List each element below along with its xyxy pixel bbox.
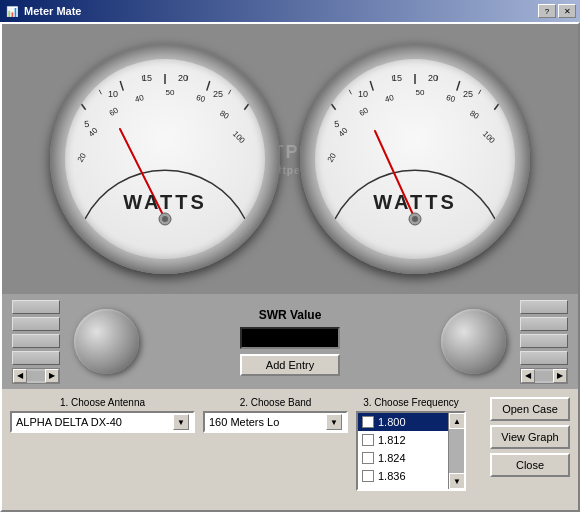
right-bar-4 — [520, 351, 568, 365]
main-window: SOFTPEDIA www.softpedia.com — [0, 22, 580, 512]
right-meter-gauge: 5 10 15 20 25 20 40 60 40 50 60 80 100 — [300, 44, 530, 274]
open-case-button[interactable]: Open Case — [490, 397, 570, 421]
freq-checkbox-0[interactable]: ✓ — [362, 416, 374, 428]
svg-line-43 — [457, 81, 460, 91]
right-bar-1 — [520, 300, 568, 314]
freq-scroll-up[interactable]: ▲ — [449, 413, 465, 429]
svg-text:10: 10 — [358, 89, 368, 99]
svg-text:40: 40 — [384, 93, 395, 104]
title-bar: 📊 Meter Mate ? ✕ — [0, 0, 580, 22]
antenna-dropdown[interactable]: ALPHA DELTA DX-40 ▼ — [10, 411, 195, 433]
freq-value-1: 1.812 — [378, 434, 406, 446]
svg-line-7 — [244, 102, 250, 110]
svg-line-3 — [80, 102, 86, 110]
antenna-label: 1. Choose Antenna — [10, 397, 195, 408]
antenna-value: ALPHA DELTA DX-40 — [16, 416, 122, 428]
swr-display — [240, 327, 340, 349]
right-bar-2 — [520, 317, 568, 331]
svg-text:20: 20 — [326, 151, 339, 164]
controls-area: ◀ ▶ SWR Value Add Entry ◀ ▶ — [2, 294, 578, 389]
svg-text:10: 10 — [108, 89, 118, 99]
window-controls: ? ✕ — [538, 4, 576, 18]
freq-value-3: 1.836 — [378, 470, 406, 482]
swr-label: SWR Value — [259, 308, 322, 322]
right-meter-svg: 5 10 15 20 25 20 40 60 40 50 60 80 100 — [315, 59, 515, 259]
right-meter-inner: 5 10 15 20 25 20 40 60 40 50 60 80 100 — [315, 59, 515, 259]
svg-line-4 — [120, 81, 123, 91]
svg-text:5: 5 — [334, 119, 340, 129]
left-bar-4 — [12, 351, 60, 365]
svg-line-18 — [264, 116, 265, 120]
view-graph-button[interactable]: View Graph — [490, 425, 570, 449]
freq-value-0: 1.800 — [378, 416, 406, 428]
swr-section: SWR Value Add Entry — [149, 308, 431, 376]
band-arrow[interactable]: ▼ — [326, 414, 342, 430]
svg-point-73 — [412, 216, 418, 222]
help-button[interactable]: ? — [538, 4, 556, 18]
svg-line-17 — [229, 90, 231, 94]
svg-text:50: 50 — [166, 88, 175, 97]
left-meter-inner: 5 10 15 20 25 20 40 60 40 50 60 80 100 — [65, 59, 265, 259]
svg-text:20: 20 — [178, 73, 188, 83]
band-value: 160 Meters Lo — [209, 416, 279, 428]
freq-label: 3. Choose Frequency — [356, 397, 466, 408]
close-button[interactable]: ✕ — [558, 4, 576, 18]
freq-scrollbar: ▲ ▼ — [448, 413, 464, 489]
frequency-list: ✓ 1.800 1.812 1.824 1.836 ▲ — [356, 411, 466, 491]
left-bar-2 — [12, 317, 60, 331]
antenna-section: 1. Choose Antenna ALPHA DELTA DX-40 ▼ — [10, 397, 195, 433]
bottom-area: 1. Choose Antenna ALPHA DELTA DX-40 ▼ 2.… — [2, 389, 578, 495]
svg-text:5: 5 — [84, 119, 90, 129]
left-meter-svg: 5 10 15 20 25 20 40 60 40 50 60 80 100 — [65, 59, 265, 259]
svg-line-55 — [514, 116, 515, 120]
svg-text:50: 50 — [416, 88, 425, 97]
left-scroll-right[interactable]: ▶ — [45, 369, 59, 383]
svg-line-44 — [494, 102, 500, 110]
svg-text:40: 40 — [134, 93, 145, 104]
right-knob[interactable] — [441, 309, 506, 374]
svg-text:25: 25 — [213, 89, 223, 99]
right-bar-3 — [520, 334, 568, 348]
svg-line-40 — [330, 102, 336, 110]
svg-line-51 — [349, 90, 351, 94]
svg-line-54 — [479, 90, 481, 94]
left-knob[interactable] — [74, 309, 139, 374]
svg-text:80: 80 — [468, 109, 481, 122]
svg-text:20: 20 — [76, 151, 89, 164]
svg-text:60: 60 — [108, 105, 121, 118]
freq-checkbox-3[interactable] — [362, 470, 374, 482]
svg-text:100: 100 — [231, 129, 247, 145]
left-scroll-left[interactable]: ◀ — [13, 369, 27, 383]
freq-checkbox-1[interactable] — [362, 434, 374, 446]
svg-text:100: 100 — [481, 129, 497, 145]
freq-scroll-down[interactable]: ▼ — [449, 473, 465, 489]
right-scroll-left[interactable]: ◀ — [521, 369, 535, 383]
left-meter-gauge: 5 10 15 20 25 20 40 60 40 50 60 80 100 — [50, 44, 280, 274]
band-dropdown[interactable]: 160 Meters Lo ▼ — [203, 411, 348, 433]
freq-value-2: 1.824 — [378, 452, 406, 464]
right-meter-label: WATTS — [373, 191, 457, 214]
window-title: Meter Mate — [24, 5, 81, 17]
svg-text:60: 60 — [445, 93, 456, 104]
action-buttons: Open Case View Graph Close — [490, 397, 570, 477]
svg-text:80: 80 — [218, 109, 231, 122]
svg-line-50 — [315, 116, 316, 120]
left-bar-3 — [12, 334, 60, 348]
svg-line-41 — [370, 81, 373, 91]
svg-text:60: 60 — [358, 105, 371, 118]
left-bar-1 — [12, 300, 60, 314]
svg-point-36 — [162, 216, 168, 222]
meter-area: SOFTPEDIA www.softpedia.com — [2, 24, 578, 294]
close-button-main[interactable]: Close — [490, 453, 570, 477]
svg-line-14 — [99, 90, 101, 94]
add-entry-button[interactable]: Add Entry — [240, 354, 340, 376]
svg-line-13 — [65, 116, 66, 120]
band-section: 2. Choose Band 160 Meters Lo ▼ — [203, 397, 348, 433]
svg-line-6 — [207, 81, 210, 91]
antenna-arrow[interactable]: ▼ — [173, 414, 189, 430]
right-scroll-right[interactable]: ▶ — [553, 369, 567, 383]
band-label: 2. Choose Band — [203, 397, 348, 408]
app-icon: 📊 — [4, 3, 20, 19]
freq-checkbox-2[interactable] — [362, 452, 374, 464]
svg-text:25: 25 — [463, 89, 473, 99]
